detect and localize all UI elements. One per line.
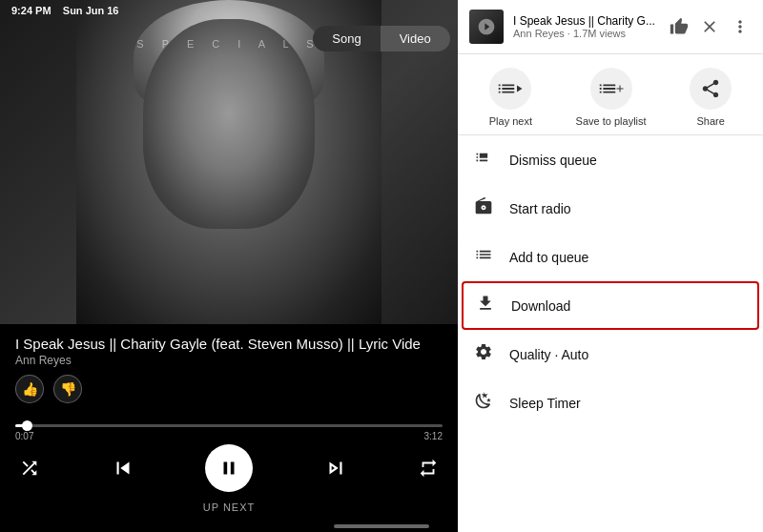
dismiss-queue-item[interactable]: Dismiss queue xyxy=(458,135,763,184)
next-button[interactable] xyxy=(323,456,348,481)
menu-items-list: Dismiss queue Start radio Add to queue xyxy=(458,135,763,532)
time-labels: 0:07 3:12 xyxy=(15,431,443,441)
play-next-label: Play next xyxy=(489,115,532,127)
start-radio-label: Start radio xyxy=(509,201,571,216)
like-button[interactable] xyxy=(668,15,691,38)
status-time: 9:24 PM xyxy=(11,5,52,16)
shuffle-button[interactable] xyxy=(19,458,40,479)
previous-button[interactable] xyxy=(111,456,135,481)
menu-header-actions xyxy=(668,15,752,38)
add-to-queue-item[interactable]: Add to queue xyxy=(458,233,763,281)
song-artist: Ann Reyes xyxy=(15,354,443,367)
quality-icon xyxy=(473,342,494,366)
sleep-timer-item[interactable]: Sleep Timer xyxy=(458,379,763,427)
add-queue-icon xyxy=(473,245,494,269)
thumb-buttons: 👍 👎 xyxy=(15,375,443,403)
menu-header: I Speak Jesus || Charity G... Ann Reyes … xyxy=(458,0,763,54)
more-options-button[interactable] xyxy=(729,15,752,38)
save-to-playlist-button[interactable]: Save to playlist xyxy=(576,68,647,127)
play-next-icon xyxy=(489,68,531,110)
sleep-timer-label: Sleep Timer xyxy=(509,396,581,411)
progress-section: 0:07 3:12 xyxy=(0,424,458,441)
menu-thumbnail xyxy=(469,10,504,44)
menu-header-info: I Speak Jesus || Charity G... Ann Reyes … xyxy=(513,14,658,39)
current-time: 0:07 xyxy=(15,431,33,441)
share-label: Share xyxy=(696,115,724,127)
status-date: Sun Jun 16 xyxy=(63,5,119,16)
tab-video[interactable]: Video xyxy=(381,26,450,51)
share-icon xyxy=(690,68,732,110)
start-radio-item[interactable]: Start radio xyxy=(458,184,763,233)
add-queue-label: Add to queue xyxy=(509,250,588,265)
quality-item[interactable]: Quality · Auto xyxy=(458,330,763,379)
start-radio-icon xyxy=(473,196,494,220)
menu-subtitle: Ann Reyes · 1.7M views xyxy=(513,28,658,39)
repeat-button[interactable] xyxy=(418,458,439,479)
tab-song[interactable]: Song xyxy=(313,26,380,51)
home-indicator xyxy=(334,524,429,528)
up-next-label: UP NEXT xyxy=(0,501,458,513)
dismiss-queue-icon xyxy=(473,148,494,172)
progress-fill xyxy=(15,424,28,427)
total-time: 3:12 xyxy=(424,431,443,441)
song-info: I Speak Jesus || Charity Gayle (feat. St… xyxy=(0,324,458,409)
share-button[interactable]: Share xyxy=(690,68,732,127)
close-button[interactable] xyxy=(698,15,721,38)
quick-actions-row: Play next Save to playlist Share xyxy=(458,54,763,135)
dismiss-queue-label: Dismiss queue xyxy=(509,153,597,168)
download-label: Download xyxy=(511,298,570,314)
save-playlist-icon xyxy=(590,68,632,110)
progress-bar[interactable] xyxy=(15,424,443,427)
play-pause-button[interactable] xyxy=(205,444,253,492)
song-title: I Speak Jesus || Charity Gayle (feat. St… xyxy=(15,336,443,352)
controls-section xyxy=(0,444,458,492)
quality-label: Quality · Auto xyxy=(509,347,588,362)
menu-title: I Speak Jesus || Charity G... xyxy=(513,14,658,28)
download-icon xyxy=(475,294,496,317)
sleep-timer-icon xyxy=(473,391,494,415)
save-to-playlist-label: Save to playlist xyxy=(576,115,647,127)
progress-dot xyxy=(22,420,32,431)
play-next-button[interactable]: Play next xyxy=(489,68,532,127)
thumbs-up-button[interactable]: 👍 xyxy=(15,375,44,403)
download-item[interactable]: Download xyxy=(462,281,759,330)
thumbs-down-button[interactable]: 👎 xyxy=(53,375,82,403)
context-menu-panel: I Speak Jesus || Charity G... Ann Reyes … xyxy=(458,0,763,532)
